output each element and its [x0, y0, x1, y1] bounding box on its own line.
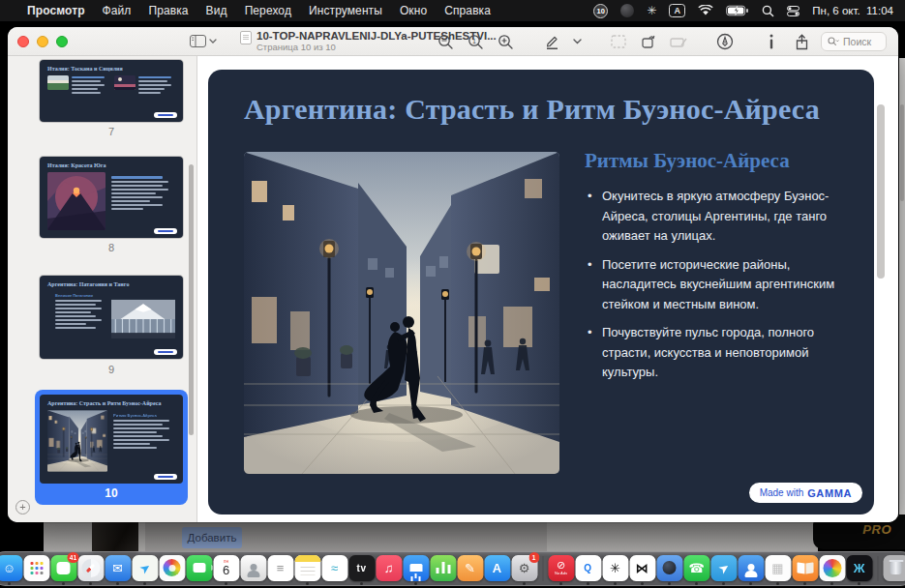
dock-app-person-app[interactable] [738, 553, 764, 585]
appletv-running-indicator [360, 582, 363, 585]
adblock-running-indicator [559, 582, 562, 585]
dock-app-capcut[interactable]: ⋈ [629, 553, 655, 585]
dock-app-numbers[interactable] [430, 553, 456, 585]
continuity-markup-button[interactable] [714, 31, 736, 52]
dock-app-grid-app[interactable]: ▦ [765, 553, 791, 585]
dock-app-books[interactable] [792, 553, 818, 585]
dock-app-colorsync[interactable] [819, 553, 845, 585]
dock-app-sphere-app[interactable] [656, 553, 682, 585]
messages-running-indicator [62, 582, 65, 585]
thumb10-image [47, 410, 107, 472]
dock-app-photos[interactable] [159, 553, 185, 585]
thumbnail-slide-10-selected[interactable]: Аргентина: Страсть и Ритм Буэнос-Айреса … [35, 390, 188, 505]
butterfly-app-running-indicator [858, 582, 860, 585]
status-flower-icon[interactable]: ✳ [647, 4, 656, 17]
books-icon [792, 555, 818, 581]
dock-app-safari[interactable] [77, 553, 104, 585]
wifi-icon[interactable] [698, 5, 713, 16]
quicktime-running-indicator [587, 582, 589, 585]
menu-file[interactable]: Файл [103, 4, 132, 17]
thumb9-image [111, 291, 175, 347]
spotlight-icon[interactable] [762, 5, 774, 17]
dock-app-contacts[interactable] [240, 553, 266, 585]
menu-view[interactable]: Вид [206, 4, 227, 17]
dock-app-telegram[interactable]: ➤ [710, 553, 737, 585]
gamma-badge[interactable]: Made with GAMMA [749, 483, 862, 503]
dock-app-keynote[interactable] [403, 553, 429, 585]
viewer-scrollbar[interactable] [877, 104, 885, 279]
zoom-in-button[interactable] [495, 31, 516, 52]
sidebar-toggle-button[interactable] [190, 35, 217, 47]
menu-preview[interactable]: Просмотр [27, 4, 85, 17]
dock-app-messages[interactable]: 41 [50, 553, 76, 585]
dock-app-launchpad[interactable] [23, 553, 49, 585]
menu-window[interactable]: Окно [400, 4, 427, 17]
colorsync-icon [819, 555, 845, 581]
background-window-image [92, 522, 138, 552]
zoom-out-button[interactable] [435, 31, 456, 52]
dock-app-maps[interactable]: ➤ [132, 553, 158, 585]
zoom-actual-button[interactable]: 1 [465, 31, 486, 52]
gamma-badge-brand: GAMMA [807, 487, 852, 499]
dock-app-chatgpt[interactable]: ✳ [602, 553, 628, 585]
dock-app-trash[interactable] [883, 553, 905, 585]
grid-app-icon: ▦ [765, 555, 791, 581]
chatgpt-running-indicator [614, 582, 617, 585]
calendar-running-indicator [225, 582, 227, 585]
document-icon [240, 31, 252, 44]
background-add-button[interactable]: Добавить [182, 527, 242, 548]
share-button[interactable] [791, 31, 812, 52]
add-page-button[interactable]: + [15, 500, 30, 514]
menu-clock[interactable]: Пн, 6 окт. 11:04 [812, 5, 893, 16]
dock-app-freeform[interactable]: ≈ [321, 553, 347, 585]
safari-running-indicator [89, 582, 92, 585]
close-button[interactable] [17, 36, 29, 47]
menu-go[interactable]: Переход [245, 4, 291, 17]
battery-icon[interactable] [726, 5, 749, 16]
dock-app-settings[interactable]: ⚙1 [511, 553, 537, 585]
menu-edit[interactable]: Правка [148, 4, 188, 17]
zoom-button[interactable] [56, 36, 68, 47]
menu-help[interactable]: Справка [444, 4, 491, 17]
status-app-icon[interactable] [620, 4, 634, 17]
sidebar-scrollbar[interactable] [189, 164, 194, 435]
thumbnail-slide-8[interactable]: Италия: Красота Юга 8 [40, 157, 183, 238]
dock-app-quicktime[interactable]: Q [575, 553, 601, 585]
thumbnail-slide-9[interactable]: Аргентина: Патагония и Танго Величие Пат… [40, 276, 183, 359]
dock-app-facetime[interactable] [186, 553, 212, 585]
input-source-icon[interactable]: A [669, 4, 685, 17]
dock-app-finder[interactable]: ☺ [0, 553, 22, 585]
markup-chevron[interactable] [571, 31, 583, 52]
selection-tool-icon [608, 31, 629, 52]
freeform-icon: ≈ [321, 555, 347, 581]
control-center-icon[interactable] [787, 6, 799, 16]
dock-app-adblock[interactable]: ⊘No Ads [548, 553, 574, 585]
dock-app-whatsapp[interactable]: ☎ [683, 553, 709, 585]
dock-app-pages[interactable]: ✎ [457, 553, 483, 585]
background-window-edge [899, 58, 905, 522]
markup-pen-button[interactable] [541, 31, 562, 52]
rotate-button[interactable] [638, 31, 659, 52]
info-button[interactable] [761, 31, 782, 52]
menu-tools[interactable]: Инструменты [309, 4, 382, 17]
books-running-indicator [803, 582, 806, 585]
adblock-icon: ⊘No Ads [548, 555, 574, 581]
dock-app-reminders[interactable]: ≡ [267, 553, 293, 585]
minimize-button[interactable] [37, 36, 48, 47]
dock-app-calendar[interactable]: пн6 [213, 553, 239, 585]
thumb9-gamma-badge [154, 349, 177, 355]
capcut-icon: ⋈ [629, 555, 655, 581]
background-window: Добавить [44, 522, 818, 552]
thumb10-number: 10 [40, 484, 183, 500]
dock-app-app-store[interactable]: A [484, 553, 510, 585]
thumb10-title: Аргентина: Страсть и Ритм Буэнос-Айреса [40, 395, 183, 408]
dock-app-butterfly-app[interactable]: Ж [846, 553, 872, 585]
dock-app-mail[interactable]: ✉ [105, 553, 131, 585]
search-input[interactable]: Поиск [821, 32, 887, 51]
dock-app-notes[interactable] [294, 553, 320, 585]
thumbnail-slide-7[interactable]: Италия: Тоскана и Сицилия [40, 60, 183, 122]
slide-heading: Ритмы Буэнос-Айреса [585, 149, 854, 173]
status-badge-icon[interactable]: 10 [593, 4, 608, 18]
dock-app-appletv[interactable]: tv [348, 553, 375, 585]
dock-app-music[interactable]: ♫ [376, 553, 402, 585]
